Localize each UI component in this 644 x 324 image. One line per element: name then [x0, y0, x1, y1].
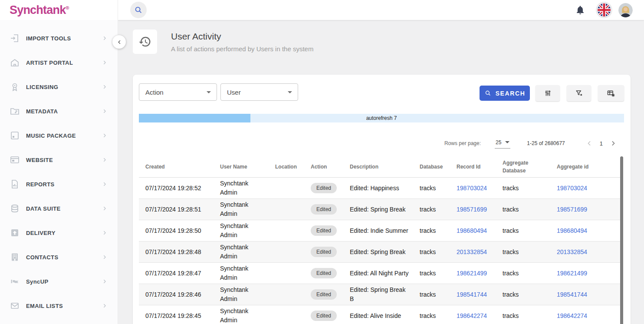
record-id-link[interactable]: 198571699: [457, 206, 487, 213]
aggregate-id-link[interactable]: 198571699: [557, 206, 587, 213]
cell-action: Edited: [304, 305, 343, 324]
notifications-bell-icon[interactable]: [575, 5, 585, 15]
sidebar-item-label: CONTACTS: [26, 254, 101, 261]
search-button[interactable]: SEARCH: [480, 86, 530, 101]
chevron-right-icon: [101, 254, 108, 261]
history-icon: [138, 35, 151, 48]
column-header-aggregate-database[interactable]: Aggregate Database: [496, 156, 550, 178]
chevron-right-icon: [101, 132, 108, 139]
column-header-description[interactable]: Description: [343, 156, 413, 178]
language-selector[interactable]: [596, 2, 612, 18]
advanced-filters-button[interactable]: [536, 85, 560, 101]
chevron-right-icon: [101, 181, 108, 188]
rows-per-page-label: Rows per page:: [444, 140, 481, 146]
action-chip: Edited: [311, 183, 337, 193]
previous-page-button[interactable]: [585, 139, 594, 148]
column-header-user-name[interactable]: User Name: [214, 156, 269, 178]
table-row[interactable]: 07/17/2024 19:28:46 Synchtank Admin Edit…: [139, 284, 621, 305]
cell-description: Edited: Indie Summer: [343, 220, 413, 241]
column-header-created[interactable]: Created: [139, 156, 214, 178]
cell-record-id: 198541744: [450, 284, 496, 305]
cell-database: tracks: [413, 305, 450, 324]
sidebar-item-import-tools[interactable]: IMPORT TOOLS: [0, 26, 118, 50]
user-filter-select[interactable]: User: [220, 83, 298, 101]
sidebar-item-label: MUSIC PACKAGE: [26, 132, 101, 139]
cell-action: Edited: [304, 178, 343, 199]
aggregate-id-link[interactable]: 201332854: [557, 248, 587, 255]
cell-aggregate-id: 198621499: [550, 263, 621, 284]
column-settings-button[interactable]: [598, 85, 624, 101]
data-suite-icon: [10, 203, 20, 214]
record-id-link[interactable]: 198680494: [457, 227, 487, 234]
global-search-button[interactable]: [130, 2, 147, 18]
cell-created: 07/17/2024 19:28:51: [139, 199, 214, 220]
table-row[interactable]: 07/17/2024 19:28:45 Synchtank Admin Edit…: [139, 305, 621, 324]
cell-user-name: Synchtank Admin: [214, 220, 269, 241]
record-id-link[interactable]: 198541744: [457, 291, 487, 298]
table-row[interactable]: 07/17/2024 19:28:51 Synchtank Admin Edit…: [139, 199, 621, 220]
sidebar-item-music-package[interactable]: MUSIC PACKAGE: [0, 123, 118, 148]
autorefresh-label: autorefresh 7: [139, 114, 624, 122]
aggregate-id-link[interactable]: 198621499: [557, 270, 587, 277]
cell-location: [269, 241, 304, 263]
sidebar-menu: IMPORT TOOLS ARTIST PORTAL LICENSING MET…: [0, 20, 118, 318]
clear-filters-button[interactable]: [567, 85, 591, 101]
cell-aggregate-database: tracks: [496, 263, 550, 284]
page-header-icon-card: [133, 30, 157, 54]
sidebar-collapse-button[interactable]: [112, 35, 126, 49]
sidebar-item-metadata[interactable]: METADATA: [0, 99, 118, 123]
cell-location: [269, 305, 304, 324]
rows-per-page-value: 25: [496, 139, 501, 145]
sidebar-item-licensing[interactable]: LICENSING: [0, 75, 118, 99]
chevron-right-icon: [101, 35, 108, 42]
column-header-location[interactable]: Location: [269, 156, 304, 178]
user-avatar[interactable]: [618, 3, 633, 17]
sidebar-item-website[interactable]: WEBSITE: [0, 148, 118, 172]
cell-location: [269, 220, 304, 241]
sidebar-item-email-lists[interactable]: EMAIL LISTS: [0, 294, 118, 318]
record-id-link[interactable]: 198642274: [457, 312, 487, 319]
aggregate-id-link[interactable]: 198642274: [557, 312, 587, 319]
cell-user-name: Synchtank Admin: [214, 263, 269, 284]
table-row[interactable]: 07/17/2024 19:28:48 Synchtank Admin Edit…: [139, 241, 621, 263]
sidebar-item-contacts[interactable]: CONTACTS: [0, 245, 118, 269]
rows-per-page-select[interactable]: 25: [495, 139, 510, 149]
column-header-record-id[interactable]: Record Id: [450, 156, 496, 178]
sidebar-item-reports[interactable]: REPORTS: [0, 172, 118, 196]
record-id-link[interactable]: 201332854: [457, 248, 487, 255]
table-row[interactable]: 07/17/2024 19:28:52 Synchtank Admin Edit…: [139, 178, 621, 199]
sidebar-item-syncup[interactable]: SyncUP: [0, 269, 118, 294]
sidebar-item-data-suite[interactable]: DATA SUITE: [0, 196, 118, 221]
sidebar: Synchtank® IMPORT TOOLS ARTIST PORTAL LI…: [0, 0, 118, 324]
aggregate-id-link[interactable]: 198703024: [557, 185, 587, 192]
action-filter-select[interactable]: Action: [139, 83, 217, 101]
cell-location: [269, 178, 304, 199]
autorefresh-progress-bar: autorefresh 7: [139, 114, 624, 122]
aggregate-id-link[interactable]: 198680494: [557, 227, 587, 234]
column-header-database[interactable]: Database: [413, 156, 450, 178]
cell-aggregate-database: tracks: [496, 199, 550, 220]
record-id-link[interactable]: 198703024: [457, 185, 487, 192]
chevron-right-icon: [101, 302, 108, 309]
record-id-link[interactable]: 198621499: [457, 270, 487, 277]
column-header-aggregate-id[interactable]: Aggregate id: [550, 156, 621, 178]
cell-record-id: 198680494: [450, 220, 496, 241]
table-row[interactable]: 07/17/2024 19:28:50 Synchtank Admin Edit…: [139, 220, 621, 241]
sidebar-item-delivery[interactable]: DELIVERY: [0, 221, 118, 245]
aggregate-id-link[interactable]: 198541744: [557, 291, 587, 298]
column-header-action[interactable]: Action: [304, 156, 343, 178]
chevron-right-icon: [101, 205, 108, 212]
sidebar-item-label: WEBSITE: [26, 157, 101, 163]
table-row[interactable]: 07/17/2024 19:28:47 Synchtank Admin Edit…: [139, 263, 621, 284]
next-page-button[interactable]: [609, 139, 618, 148]
sidebar-item-label: IMPORT TOOLS: [26, 35, 101, 42]
action-filter-label: Action: [145, 89, 164, 96]
synchtank-logo[interactable]: Synchtank®: [10, 3, 69, 17]
chevron-down-icon: [505, 141, 509, 143]
action-chip: Edited: [311, 268, 337, 278]
email-lists-icon: [10, 301, 20, 311]
website-icon: [10, 155, 20, 165]
cell-created: 07/17/2024 19:28:45: [139, 305, 214, 324]
sidebar-item-artist-portal[interactable]: ARTIST PORTAL: [0, 50, 118, 75]
table-scrollbar[interactable]: [620, 156, 623, 324]
